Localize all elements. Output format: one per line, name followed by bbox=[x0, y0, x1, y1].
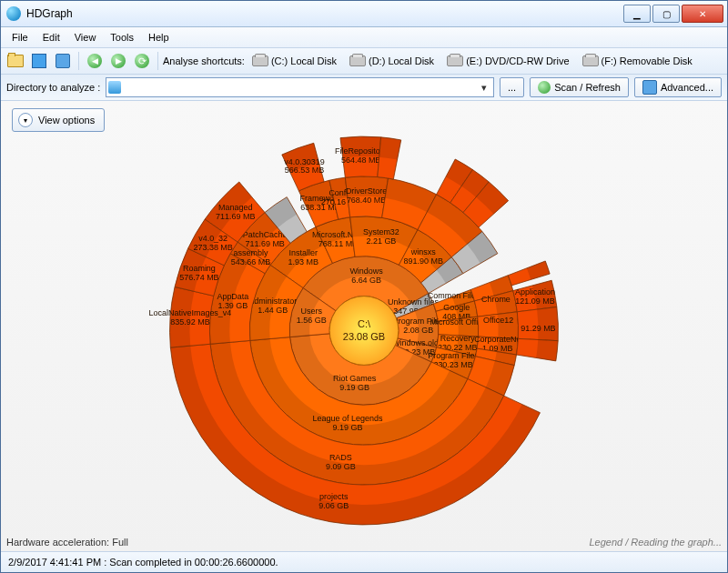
chevron-down-icon: ▾ bbox=[18, 113, 33, 127]
separator bbox=[78, 52, 79, 70]
scan-icon bbox=[538, 81, 551, 94]
save-icon bbox=[32, 54, 46, 68]
drive-icon bbox=[108, 81, 121, 94]
menu-help[interactable]: Help bbox=[141, 27, 177, 47]
browse-button[interactable]: ... bbox=[500, 77, 524, 97]
refresh-button[interactable] bbox=[131, 50, 153, 72]
advanced-button[interactable]: Advanced... bbox=[634, 77, 722, 97]
titlebar[interactable]: HDGraph ▁ ▢ ✕ bbox=[1, 1, 727, 27]
shortcut-label: (D:) Local Disk bbox=[369, 55, 434, 66]
folder-open-icon bbox=[7, 55, 24, 67]
back-button[interactable] bbox=[84, 50, 106, 72]
sunburst-chart[interactable]: Windows6.64 GBUnknown files347.95 MBProg… bbox=[1, 101, 727, 551]
menu-view[interactable]: View bbox=[67, 27, 104, 47]
minimize-button[interactable]: ▁ bbox=[623, 5, 651, 23]
legend-link[interactable]: Legend / Reading the graph... bbox=[589, 537, 722, 548]
status-text: 2/9/2017 4:41:41 PM : Scan completed in … bbox=[8, 557, 278, 568]
drive-icon bbox=[349, 55, 366, 66]
browse-label: ... bbox=[508, 82, 516, 93]
shortcut-d[interactable]: (D:) Local Disk bbox=[344, 55, 440, 66]
app-icon bbox=[6, 6, 21, 21]
directory-combo[interactable]: ▾ bbox=[106, 77, 494, 97]
advanced-label: Advanced... bbox=[661, 82, 713, 93]
hw-accel-label: Hardware acceleration: Full bbox=[6, 537, 128, 548]
separator bbox=[157, 52, 158, 70]
drive-icon bbox=[447, 55, 463, 66]
menubar: File Edit View Tools Help bbox=[1, 27, 727, 48]
back-icon bbox=[87, 54, 102, 68]
app-window: HDGraph ▁ ▢ ✕ File Edit View Tools Help … bbox=[0, 0, 728, 573]
shortcut-f[interactable]: (F:) Removable Disk bbox=[577, 55, 698, 66]
scan-button[interactable]: Scan / Refresh bbox=[530, 77, 629, 97]
scan-label: Scan / Refresh bbox=[554, 82, 621, 93]
maximize-button[interactable]: ▢ bbox=[652, 5, 680, 23]
drive-icon bbox=[252, 55, 268, 66]
directory-label: Directory to analyze : bbox=[6, 82, 100, 93]
menu-file[interactable]: File bbox=[5, 27, 35, 47]
chart-area[interactable]: ▾ View options Windows6.64 GBUnknown fil… bbox=[1, 101, 727, 551]
toolbar: Analyse shortcuts: (C:) Local Disk (D:) … bbox=[1, 48, 727, 75]
menu-tools[interactable]: Tools bbox=[103, 27, 141, 47]
chevron-down-icon: ▾ bbox=[477, 82, 491, 94]
statusbar: 2/9/2017 4:41:41 PM : Scan completed in … bbox=[1, 551, 727, 572]
directory-row: Directory to analyze : ▾ ... Scan / Refr… bbox=[1, 75, 727, 101]
forward-button[interactable] bbox=[107, 50, 129, 72]
shortcut-c[interactable]: (C:) Local Disk bbox=[247, 55, 342, 66]
advanced-icon bbox=[642, 80, 657, 95]
open-button[interactable] bbox=[5, 50, 26, 72]
shortcut-label: (F:) Removable Disk bbox=[602, 55, 693, 66]
export-button[interactable] bbox=[52, 50, 74, 72]
close-button[interactable]: ✕ bbox=[682, 5, 723, 23]
center-name: C:\ bbox=[358, 318, 371, 329]
window-title: HDGraph bbox=[26, 7, 622, 20]
view-options-label: View options bbox=[38, 115, 95, 126]
shortcut-label: (C:) Local Disk bbox=[271, 55, 337, 66]
shortcut-e[interactable]: (E:) DVD/CD-RW Drive bbox=[441, 55, 574, 66]
shortcuts-label: Analyse shortcuts: bbox=[163, 55, 245, 66]
forward-icon bbox=[111, 54, 126, 68]
save-button[interactable] bbox=[28, 50, 50, 72]
center-size: 23.08 GB bbox=[343, 331, 385, 342]
shortcut-label: (E:) DVD/CD-RW Drive bbox=[466, 55, 569, 66]
view-options-button[interactable]: ▾ View options bbox=[12, 108, 105, 132]
refresh-icon bbox=[135, 54, 149, 68]
drive-icon bbox=[582, 55, 599, 66]
menu-edit[interactable]: Edit bbox=[35, 27, 67, 47]
export-icon bbox=[56, 54, 70, 68]
